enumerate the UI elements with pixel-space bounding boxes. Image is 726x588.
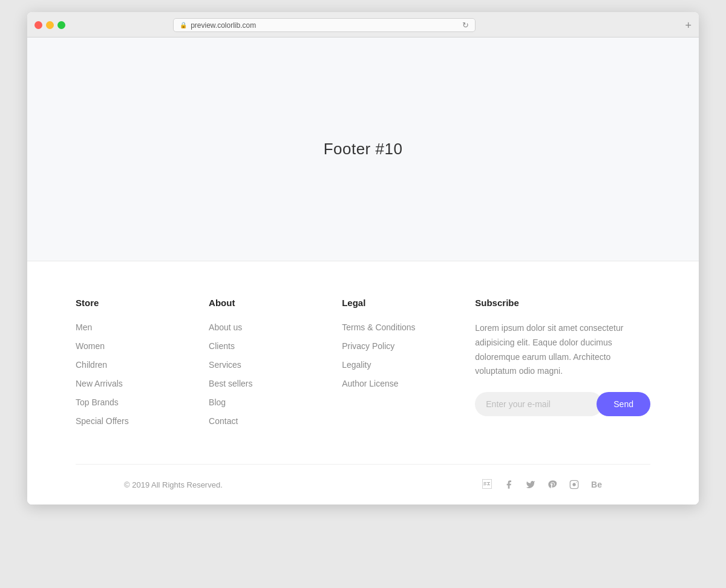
about-link-contact[interactable]: Contact	[209, 416, 238, 426]
about-link-blog[interactable]: Blog	[209, 397, 226, 407]
address-bar: 🔒 preview.colorlib.com ↻	[173, 18, 476, 32]
footer-columns: Store Men Women Children New Arrivals To…	[76, 298, 650, 464]
close-dot[interactable]	[34, 21, 42, 29]
facebook-icon[interactable]: 	[482, 479, 492, 490]
footer-bottom: © 2019 All Rights Reserved.  Be	[76, 464, 650, 505]
list-item: About us	[209, 321, 342, 334]
list-item: Women	[76, 340, 209, 353]
list-item: New Arrivals	[76, 377, 209, 390]
browser-window: 🔒 preview.colorlib.com ↻ + Footer #10 St…	[27, 12, 699, 505]
legal-heading: Legal	[342, 298, 475, 308]
new-tab-button[interactable]: +	[685, 20, 692, 31]
subscribe-form: Send	[475, 392, 650, 416]
subscribe-column: Subscribe Lorem ipsum dolor sit amet con…	[475, 298, 650, 428]
list-item: Contact	[209, 415, 342, 428]
list-item: Legality	[342, 359, 475, 371]
browser-chrome: 🔒 preview.colorlib.com ↻ +	[27, 12, 699, 38]
about-column: About About us Clients Services Best sel…	[209, 298, 342, 428]
store-column: Store Men Women Children New Arrivals To…	[76, 298, 209, 428]
store-link-special-offers[interactable]: Special Offers	[76, 416, 129, 426]
legal-link-author-license[interactable]: Author License	[342, 379, 398, 388]
list-item: Men	[76, 321, 209, 334]
about-link-clients[interactable]: Clients	[209, 341, 235, 351]
store-link-children[interactable]: Children	[76, 360, 107, 370]
list-item: Special Offers	[76, 415, 209, 428]
browser-content: Footer #10 Store Men Women Children New …	[27, 38, 699, 505]
list-item: Best sellers	[209, 377, 342, 390]
instagram-icon[interactable]	[569, 480, 579, 489]
page-title: Footer #10	[324, 140, 403, 158]
footer-section: Store Men Women Children New Arrivals To…	[27, 261, 699, 505]
list-item: Privacy Policy	[342, 340, 475, 353]
page-header: Footer #10	[27, 38, 699, 261]
url-text: preview.colorlib.com	[191, 21, 256, 30]
list-item: Terms & Conditions	[342, 321, 475, 334]
about-links: About us Clients Services Best sellers B…	[209, 321, 342, 428]
facebook-icon[interactable]	[504, 480, 514, 489]
copyright-text: © 2019 All Rights Reserved.	[124, 480, 223, 489]
pinterest-icon[interactable]	[548, 480, 557, 489]
list-item: Author License	[342, 377, 475, 390]
about-link-about-us[interactable]: About us	[209, 322, 242, 332]
about-link-best-sellers[interactable]: Best sellers	[209, 379, 252, 388]
legal-link-terms[interactable]: Terms & Conditions	[342, 322, 415, 332]
list-item: Blog	[209, 396, 342, 409]
subscribe-heading: Subscribe	[475, 298, 650, 308]
lock-icon: 🔒	[180, 22, 187, 28]
store-link-new-arrivals[interactable]: New Arrivals	[76, 379, 123, 388]
legal-link-legality[interactable]: Legality	[342, 360, 371, 370]
list-item: Top Brands	[76, 396, 209, 409]
legal-column: Legal Terms & Conditions Privacy Policy …	[342, 298, 475, 428]
store-link-men[interactable]: Men	[76, 322, 92, 332]
email-input[interactable]	[475, 392, 603, 416]
refresh-button[interactable]: ↻	[462, 21, 469, 30]
behance-icon[interactable]: Be	[591, 480, 602, 489]
list-item: Children	[76, 359, 209, 371]
store-link-top-brands[interactable]: Top Brands	[76, 397, 119, 407]
legal-link-privacy[interactable]: Privacy Policy	[342, 341, 394, 351]
store-link-women[interactable]: Women	[76, 341, 105, 351]
subscribe-description: Lorem ipsum dolor sit amet consectetur a…	[475, 321, 650, 379]
legal-links: Terms & Conditions Privacy Policy Legali…	[342, 321, 475, 390]
twitter-icon[interactable]	[526, 480, 535, 489]
minimize-dot[interactable]	[46, 21, 54, 29]
list-item: Clients	[209, 340, 342, 353]
list-item: Services	[209, 359, 342, 371]
maximize-dot[interactable]	[57, 21, 65, 29]
send-button[interactable]: Send	[597, 392, 650, 416]
store-heading: Store	[76, 298, 209, 308]
about-link-services[interactable]: Services	[209, 360, 241, 370]
about-heading: About	[209, 298, 342, 308]
social-icons:  Be	[482, 479, 602, 490]
store-links: Men Women Children New Arrivals Top Bran…	[76, 321, 209, 428]
browser-dots	[34, 21, 65, 29]
